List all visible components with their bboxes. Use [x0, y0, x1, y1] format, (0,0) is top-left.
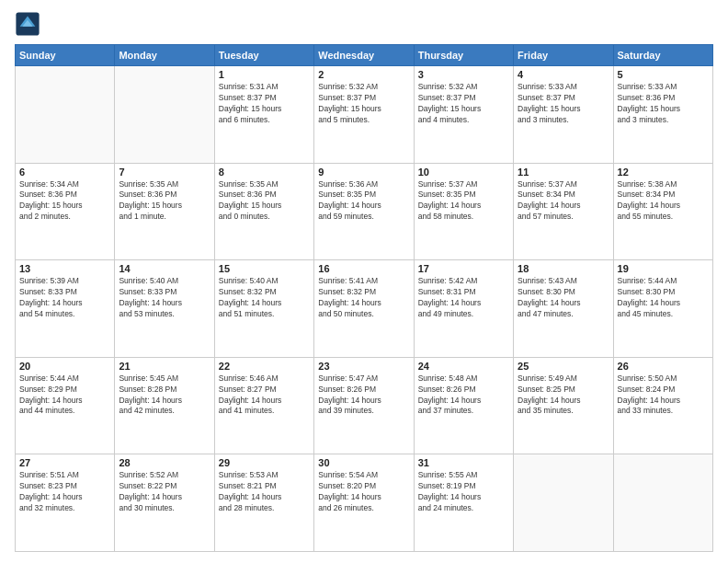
calendar-cell: 13Sunrise: 5:39 AM Sunset: 8:33 PM Dayli…: [16, 260, 115, 358]
calendar-cell: 23Sunrise: 5:47 AM Sunset: 8:26 PM Dayli…: [314, 357, 414, 454]
calendar-cell: 17Sunrise: 5:42 AM Sunset: 8:31 PM Dayli…: [414, 260, 513, 358]
logo: [15, 11, 44, 37]
day-number: 21: [119, 361, 210, 372]
day-info: Sunrise: 5:48 AM Sunset: 8:26 PM Dayligh…: [418, 373, 509, 418]
calendar-cell: 21Sunrise: 5:45 AM Sunset: 8:28 PM Dayli…: [115, 357, 214, 454]
day-info: Sunrise: 5:42 AM Sunset: 8:31 PM Dayligh…: [418, 276, 509, 320]
day-info: Sunrise: 5:32 AM Sunset: 8:37 PM Dayligh…: [318, 82, 409, 126]
calendar-cell: 7Sunrise: 5:35 AM Sunset: 8:36 PM Daylig…: [115, 163, 214, 260]
calendar-header-cell: Wednesday: [314, 45, 414, 66]
calendar-cell: 9Sunrise: 5:36 AM Sunset: 8:35 PM Daylig…: [314, 163, 414, 260]
day-number: 15: [219, 263, 310, 274]
page-header: [15, 11, 713, 37]
day-info: Sunrise: 5:36 AM Sunset: 8:35 PM Dayligh…: [318, 179, 409, 224]
calendar-week-row: 6Sunrise: 5:34 AM Sunset: 8:36 PM Daylig…: [16, 163, 713, 260]
day-info: Sunrise: 5:52 AM Sunset: 8:22 PM Dayligh…: [119, 470, 210, 514]
calendar-cell: 8Sunrise: 5:35 AM Sunset: 8:36 PM Daylig…: [214, 163, 313, 260]
day-info: Sunrise: 5:47 AM Sunset: 8:26 PM Dayligh…: [318, 373, 409, 418]
day-info: Sunrise: 5:32 AM Sunset: 8:37 PM Dayligh…: [418, 82, 509, 126]
day-info: Sunrise: 5:31 AM Sunset: 8:37 PM Dayligh…: [219, 82, 310, 126]
day-info: Sunrise: 5:38 AM Sunset: 8:34 PM Dayligh…: [618, 179, 709, 224]
calendar-cell: 1Sunrise: 5:31 AM Sunset: 8:37 PM Daylig…: [214, 66, 313, 164]
day-info: Sunrise: 5:43 AM Sunset: 8:30 PM Dayligh…: [518, 276, 609, 320]
calendar-cell: 28Sunrise: 5:52 AM Sunset: 8:22 PM Dayli…: [115, 454, 214, 552]
day-info: Sunrise: 5:49 AM Sunset: 8:25 PM Dayligh…: [518, 373, 609, 418]
day-info: Sunrise: 5:44 AM Sunset: 8:30 PM Dayligh…: [618, 276, 709, 320]
day-info: Sunrise: 5:37 AM Sunset: 8:34 PM Dayligh…: [518, 179, 609, 224]
day-number: 12: [618, 167, 709, 178]
day-number: 14: [119, 263, 210, 274]
day-number: 11: [518, 167, 609, 178]
calendar-cell: 27Sunrise: 5:51 AM Sunset: 8:23 PM Dayli…: [16, 454, 115, 552]
day-number: 31: [418, 457, 509, 468]
calendar-cell: [613, 454, 712, 552]
day-number: 4: [518, 69, 609, 80]
day-info: Sunrise: 5:40 AM Sunset: 8:32 PM Dayligh…: [219, 276, 310, 320]
day-number: 2: [318, 69, 409, 80]
day-info: Sunrise: 5:35 AM Sunset: 8:36 PM Dayligh…: [119, 179, 210, 224]
day-number: 17: [418, 263, 509, 274]
day-number: 1: [219, 69, 310, 80]
calendar-cell: 4Sunrise: 5:33 AM Sunset: 8:37 PM Daylig…: [514, 66, 613, 164]
day-number: 24: [418, 361, 509, 372]
day-number: 22: [219, 361, 310, 372]
calendar-cell: 30Sunrise: 5:54 AM Sunset: 8:20 PM Dayli…: [314, 454, 414, 552]
calendar-cell: 25Sunrise: 5:49 AM Sunset: 8:25 PM Dayli…: [514, 357, 613, 454]
calendar-cell: 11Sunrise: 5:37 AM Sunset: 8:34 PM Dayli…: [514, 163, 613, 260]
calendar-cell: 19Sunrise: 5:44 AM Sunset: 8:30 PM Dayli…: [613, 260, 712, 358]
day-info: Sunrise: 5:45 AM Sunset: 8:28 PM Dayligh…: [119, 373, 210, 418]
day-info: Sunrise: 5:35 AM Sunset: 8:36 PM Dayligh…: [219, 179, 310, 224]
calendar-cell: [16, 66, 115, 164]
day-number: 3: [418, 69, 509, 80]
day-info: Sunrise: 5:41 AM Sunset: 8:32 PM Dayligh…: [318, 276, 409, 320]
calendar-cell: 18Sunrise: 5:43 AM Sunset: 8:30 PM Dayli…: [514, 260, 613, 358]
calendar-header-cell: Sunday: [16, 45, 115, 66]
day-info: Sunrise: 5:33 AM Sunset: 8:37 PM Dayligh…: [518, 82, 609, 126]
calendar-header-cell: Monday: [115, 45, 214, 66]
day-info: Sunrise: 5:33 AM Sunset: 8:36 PM Dayligh…: [618, 82, 709, 126]
calendar-cell: 2Sunrise: 5:32 AM Sunset: 8:37 PM Daylig…: [314, 66, 414, 164]
day-number: 16: [318, 263, 409, 274]
day-number: 8: [219, 167, 310, 178]
day-info: Sunrise: 5:40 AM Sunset: 8:33 PM Dayligh…: [119, 276, 210, 320]
calendar-cell: 29Sunrise: 5:53 AM Sunset: 8:21 PM Dayli…: [214, 454, 313, 552]
day-info: Sunrise: 5:34 AM Sunset: 8:36 PM Dayligh…: [19, 179, 110, 224]
day-number: 18: [518, 263, 609, 274]
day-number: 30: [318, 457, 409, 468]
calendar-cell: [115, 66, 214, 164]
day-number: 25: [518, 361, 609, 372]
calendar-cell: [514, 454, 613, 552]
calendar-header-cell: Friday: [514, 45, 613, 66]
calendar-cell: 6Sunrise: 5:34 AM Sunset: 8:36 PM Daylig…: [16, 163, 115, 260]
calendar-cell: 26Sunrise: 5:50 AM Sunset: 8:24 PM Dayli…: [613, 357, 712, 454]
calendar-cell: 3Sunrise: 5:32 AM Sunset: 8:37 PM Daylig…: [414, 66, 513, 164]
calendar-cell: 16Sunrise: 5:41 AM Sunset: 8:32 PM Dayli…: [314, 260, 414, 358]
day-number: 5: [618, 69, 709, 80]
calendar-cell: 24Sunrise: 5:48 AM Sunset: 8:26 PM Dayli…: [414, 357, 513, 454]
day-number: 26: [618, 361, 709, 372]
day-number: 9: [318, 167, 409, 178]
day-number: 28: [119, 457, 210, 468]
day-number: 19: [618, 263, 709, 274]
day-number: 29: [219, 457, 310, 468]
calendar-header-cell: Thursday: [414, 45, 513, 66]
calendar-header-cell: Tuesday: [214, 45, 313, 66]
day-info: Sunrise: 5:39 AM Sunset: 8:33 PM Dayligh…: [19, 276, 110, 320]
day-number: 27: [19, 457, 110, 468]
calendar-week-row: 20Sunrise: 5:44 AM Sunset: 8:29 PM Dayli…: [16, 357, 713, 454]
day-number: 10: [418, 167, 509, 178]
day-number: 20: [19, 361, 110, 372]
logo-icon: [15, 11, 40, 37]
day-info: Sunrise: 5:54 AM Sunset: 8:20 PM Dayligh…: [318, 470, 409, 514]
day-info: Sunrise: 5:37 AM Sunset: 8:35 PM Dayligh…: [418, 179, 509, 224]
day-number: 7: [119, 167, 210, 178]
calendar-cell: 15Sunrise: 5:40 AM Sunset: 8:32 PM Dayli…: [214, 260, 313, 358]
calendar-table: SundayMondayTuesdayWednesdayThursdayFrid…: [15, 44, 713, 552]
day-info: Sunrise: 5:53 AM Sunset: 8:21 PM Dayligh…: [219, 470, 310, 514]
calendar-week-row: 27Sunrise: 5:51 AM Sunset: 8:23 PM Dayli…: [16, 454, 713, 552]
calendar-cell: 20Sunrise: 5:44 AM Sunset: 8:29 PM Dayli…: [16, 357, 115, 454]
calendar-cell: 12Sunrise: 5:38 AM Sunset: 8:34 PM Dayli…: [613, 163, 712, 260]
calendar-cell: 14Sunrise: 5:40 AM Sunset: 8:33 PM Dayli…: [115, 260, 214, 358]
day-number: 13: [19, 263, 110, 274]
calendar-header-cell: Saturday: [613, 45, 712, 66]
